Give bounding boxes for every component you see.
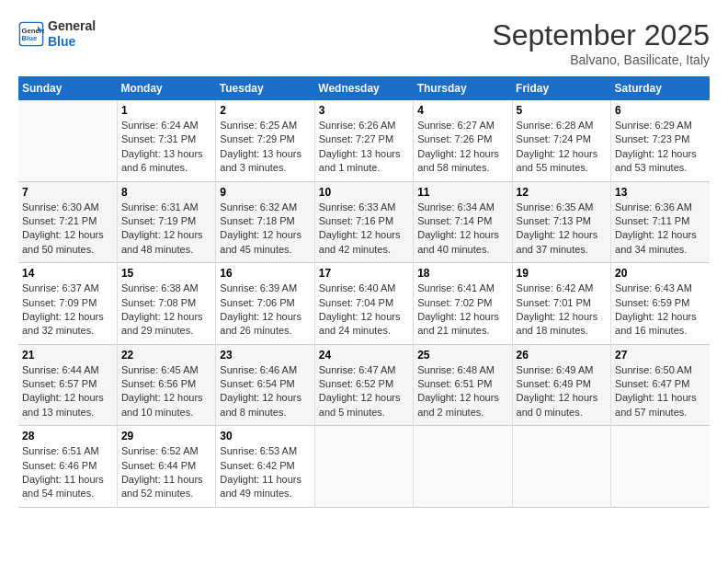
calendar-week-5: 28Sunrise: 6:51 AMSunset: 6:46 PMDayligh… [18, 426, 710, 508]
day-number: 26 [517, 349, 607, 362]
calendar-cell: 8Sunrise: 6:31 AMSunset: 7:19 PMDaylight… [117, 181, 215, 263]
calendar-week-1: 1Sunrise: 6:24 AMSunset: 7:31 PMDaylight… [18, 100, 710, 181]
column-header-friday: Friday [512, 76, 610, 100]
calendar-table: SundayMondayTuesdayWednesdayThursdayFrid… [18, 76, 710, 508]
day-number: 5 [517, 104, 607, 117]
day-info: Sunrise: 6:44 AMSunset: 6:57 PMDaylight:… [22, 363, 113, 420]
calendar-cell [414, 426, 512, 508]
day-info: Sunrise: 6:41 AMSunset: 7:02 PMDaylight:… [417, 282, 507, 339]
day-info: Sunrise: 6:36 AMSunset: 7:11 PMDaylight:… [615, 201, 706, 258]
column-header-tuesday: Tuesday [216, 76, 314, 100]
logo: General Blue General Blue [18, 18, 96, 50]
day-number: 15 [121, 267, 211, 280]
calendar-week-3: 14Sunrise: 6:37 AMSunset: 7:09 PMDayligh… [18, 263, 710, 345]
day-info: Sunrise: 6:34 AMSunset: 7:14 PMDaylight:… [417, 201, 507, 258]
day-number: 25 [417, 349, 507, 362]
month-title: September 2025 [492, 18, 710, 52]
calendar-cell: 18Sunrise: 6:41 AMSunset: 7:02 PMDayligh… [414, 263, 512, 345]
calendar-cell [314, 426, 413, 508]
column-header-wednesday: Wednesday [314, 76, 413, 100]
calendar-cell: 13Sunrise: 6:36 AMSunset: 7:11 PMDayligh… [611, 181, 710, 263]
day-number: 18 [417, 267, 507, 280]
calendar-cell: 6Sunrise: 6:29 AMSunset: 7:23 PMDaylight… [611, 100, 710, 181]
calendar-cell: 3Sunrise: 6:26 AMSunset: 7:27 PMDaylight… [314, 100, 413, 181]
page-header: General Blue General Blue September 2025… [18, 18, 710, 67]
calendar-cell: 20Sunrise: 6:43 AMSunset: 6:59 PMDayligh… [611, 263, 710, 345]
day-info: Sunrise: 6:39 AMSunset: 7:06 PMDaylight:… [220, 282, 310, 339]
calendar-cell: 16Sunrise: 6:39 AMSunset: 7:06 PMDayligh… [216, 263, 314, 345]
day-info: Sunrise: 6:30 AMSunset: 7:21 PMDaylight:… [22, 201, 113, 258]
day-number: 13 [615, 186, 706, 199]
day-number: 24 [319, 349, 409, 362]
day-number: 2 [220, 104, 310, 117]
day-number: 28 [22, 430, 113, 442]
calendar-cell: 22Sunrise: 6:45 AMSunset: 6:56 PMDayligh… [117, 344, 215, 426]
day-number: 3 [319, 104, 409, 117]
day-number: 12 [517, 186, 607, 199]
day-info: Sunrise: 6:42 AMSunset: 7:01 PMDaylight:… [517, 282, 607, 339]
day-number: 10 [319, 186, 409, 199]
day-info: Sunrise: 6:48 AMSunset: 6:51 PMDaylight:… [417, 363, 507, 420]
calendar-cell: 2Sunrise: 6:25 AMSunset: 7:29 PMDaylight… [216, 100, 314, 181]
calendar-cell: 1Sunrise: 6:24 AMSunset: 7:31 PMDaylight… [117, 100, 215, 181]
day-number: 17 [319, 267, 409, 280]
calendar-week-2: 7Sunrise: 6:30 AMSunset: 7:21 PMDaylight… [18, 181, 710, 263]
calendar-cell: 23Sunrise: 6:46 AMSunset: 6:54 PMDayligh… [216, 344, 314, 426]
day-number: 20 [615, 267, 706, 280]
calendar-cell [18, 100, 117, 181]
day-info: Sunrise: 6:53 AMSunset: 6:42 PMDaylight:… [220, 444, 310, 501]
day-number: 1 [121, 104, 211, 117]
calendar-cell [611, 426, 710, 508]
calendar-cell: 26Sunrise: 6:49 AMSunset: 6:49 PMDayligh… [512, 344, 610, 426]
calendar-cell: 12Sunrise: 6:35 AMSunset: 7:13 PMDayligh… [512, 181, 610, 263]
day-info: Sunrise: 6:35 AMSunset: 7:13 PMDaylight:… [517, 201, 607, 258]
logo-icon: General Blue [18, 21, 44, 47]
day-info: Sunrise: 6:32 AMSunset: 7:18 PMDaylight:… [220, 201, 310, 258]
column-header-thursday: Thursday [414, 76, 512, 100]
day-number: 7 [22, 186, 113, 199]
day-info: Sunrise: 6:38 AMSunset: 7:08 PMDaylight:… [121, 282, 211, 339]
day-info: Sunrise: 6:40 AMSunset: 7:04 PMDaylight:… [319, 282, 409, 339]
day-number: 22 [121, 349, 211, 362]
day-number: 21 [22, 349, 113, 362]
title-block: September 2025 Balvano, Basilicate, Ital… [492, 18, 710, 67]
calendar-cell: 17Sunrise: 6:40 AMSunset: 7:04 PMDayligh… [314, 263, 413, 345]
day-info: Sunrise: 6:27 AMSunset: 7:26 PMDaylight:… [417, 119, 507, 176]
day-info: Sunrise: 6:33 AMSunset: 7:16 PMDaylight:… [319, 201, 409, 258]
column-header-sunday: Sunday [18, 76, 117, 100]
calendar-cell: 10Sunrise: 6:33 AMSunset: 7:16 PMDayligh… [314, 181, 413, 263]
calendar-cell: 4Sunrise: 6:27 AMSunset: 7:26 PMDaylight… [414, 100, 512, 181]
calendar-cell: 30Sunrise: 6:53 AMSunset: 6:42 PMDayligh… [216, 426, 314, 508]
day-number: 27 [615, 349, 706, 362]
calendar-cell: 14Sunrise: 6:37 AMSunset: 7:09 PMDayligh… [18, 263, 117, 345]
day-info: Sunrise: 6:45 AMSunset: 6:56 PMDaylight:… [121, 363, 211, 420]
calendar-cell: 28Sunrise: 6:51 AMSunset: 6:46 PMDayligh… [18, 426, 117, 508]
calendar-cell: 29Sunrise: 6:52 AMSunset: 6:44 PMDayligh… [117, 426, 215, 508]
column-header-monday: Monday [117, 76, 215, 100]
calendar-cell: 9Sunrise: 6:32 AMSunset: 7:18 PMDaylight… [216, 181, 314, 263]
column-header-saturday: Saturday [611, 76, 710, 100]
calendar-cell: 5Sunrise: 6:28 AMSunset: 7:24 PMDaylight… [512, 100, 610, 181]
day-info: Sunrise: 6:49 AMSunset: 6:49 PMDaylight:… [517, 363, 607, 420]
day-info: Sunrise: 6:28 AMSunset: 7:24 PMDaylight:… [517, 119, 607, 176]
day-number: 9 [220, 186, 310, 199]
day-info: Sunrise: 6:51 AMSunset: 6:46 PMDaylight:… [22, 444, 113, 501]
day-info: Sunrise: 6:47 AMSunset: 6:52 PMDaylight:… [319, 363, 409, 420]
calendar-cell: 11Sunrise: 6:34 AMSunset: 7:14 PMDayligh… [414, 181, 512, 263]
calendar-cell: 27Sunrise: 6:50 AMSunset: 6:47 PMDayligh… [611, 344, 710, 426]
calendar-cell: 21Sunrise: 6:44 AMSunset: 6:57 PMDayligh… [18, 344, 117, 426]
day-info: Sunrise: 6:24 AMSunset: 7:31 PMDaylight:… [121, 119, 211, 176]
calendar-cell: 7Sunrise: 6:30 AMSunset: 7:21 PMDaylight… [18, 181, 117, 263]
location-subtitle: Balvano, Basilicate, Italy [492, 52, 710, 67]
logo-text-blue: Blue [48, 34, 96, 50]
day-number: 6 [615, 104, 706, 117]
day-info: Sunrise: 6:31 AMSunset: 7:19 PMDaylight:… [121, 201, 211, 258]
calendar-week-4: 21Sunrise: 6:44 AMSunset: 6:57 PMDayligh… [18, 344, 710, 426]
day-info: Sunrise: 6:37 AMSunset: 7:09 PMDaylight:… [22, 282, 113, 339]
day-number: 4 [417, 104, 507, 117]
day-number: 23 [220, 349, 310, 362]
day-number: 19 [517, 267, 607, 280]
calendar-cell: 24Sunrise: 6:47 AMSunset: 6:52 PMDayligh… [314, 344, 413, 426]
day-info: Sunrise: 6:50 AMSunset: 6:47 PMDaylight:… [615, 363, 706, 420]
logo-text-general: General [48, 18, 96, 34]
